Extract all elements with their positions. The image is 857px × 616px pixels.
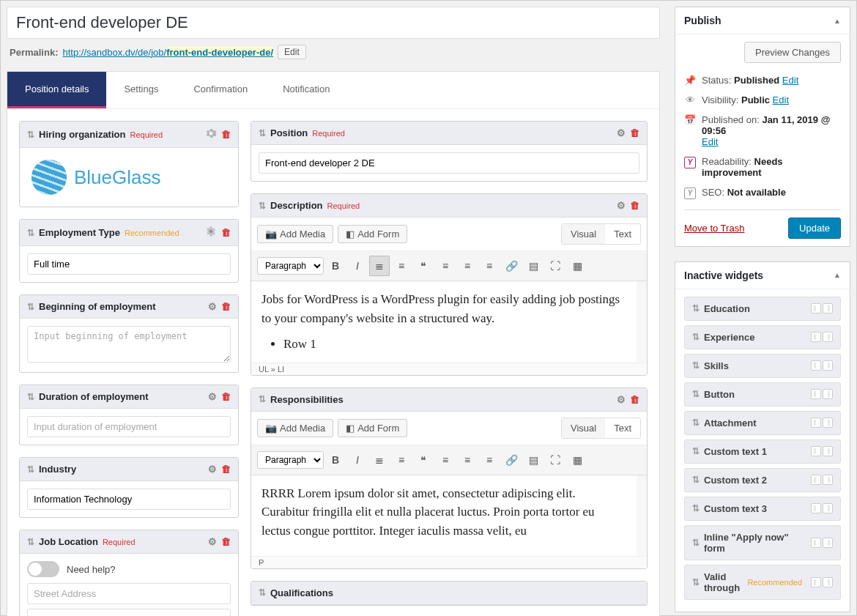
trash-icon[interactable]: 🗑 [221,129,231,140]
drag-icon[interactable]: ⇅ [27,302,34,312]
drag-icon[interactable]: ⇅ [692,577,700,587]
more-icon[interactable]: ▤ [523,256,543,276]
align-left-icon[interactable]: ≡ [435,450,456,470]
layout-left-icon[interactable] [811,446,821,456]
drag-icon[interactable]: ⇅ [27,228,34,238]
italic-icon[interactable]: I [347,450,368,470]
link-icon[interactable]: 🔗 [501,450,522,470]
post-title[interactable]: Front-end developer DE [7,7,660,39]
tab-confirmation[interactable]: Confirmation [176,72,265,108]
layout-left-icon[interactable] [811,389,821,399]
layout-left-icon[interactable] [811,577,821,587]
gear-icon[interactable]: ⚙ [617,200,626,211]
gear-icon[interactable]: ⚙ [208,391,217,402]
drag-icon[interactable]: ⇅ [27,392,34,402]
add-media-button[interactable]: 📷Add Media [257,225,333,243]
inactive-widget-item[interactable]: ⇅Custom text 1 [684,439,841,464]
align-left-icon[interactable]: ≡ [435,256,456,276]
tab-settings[interactable]: Settings [106,72,176,108]
drag-icon[interactable]: ⇅ [692,360,700,371]
drag-icon[interactable]: ⇅ [27,537,34,547]
tab-position-details[interactable]: Position details [7,72,106,108]
fullscreen-icon[interactable]: ⛶ [545,450,565,470]
paragraph-select[interactable]: Paragraph [257,257,324,275]
quote-icon[interactable]: ❝ [413,256,434,276]
layout-right-icon[interactable] [823,538,833,548]
street-input[interactable] [27,583,231,604]
quote-icon[interactable]: ❝ [413,450,434,470]
gear-icon[interactable]: ⚙ [208,536,217,547]
preview-button[interactable]: Preview Changes [744,42,841,63]
layout-right-icon[interactable] [823,475,833,485]
align-right-icon[interactable]: ≡ [479,450,500,470]
paragraph-select[interactable]: Paragraph [257,451,324,469]
align-center-icon[interactable]: ≡ [457,450,478,470]
layout-left-icon[interactable] [811,303,821,313]
collapse-icon[interactable]: ▲ [834,17,841,25]
gear-icon[interactable] [205,226,217,240]
responsibilities-editor[interactable]: RRRR Lorem ipsum dolor sit amet, consect… [251,475,647,556]
align-right-icon[interactable]: ≡ [479,256,500,276]
add-form-button[interactable]: ◧Add Form [338,419,407,437]
drag-icon[interactable]: ⇅ [27,130,34,140]
editor-visual-tab[interactable]: Visual [562,224,605,244]
gear-icon[interactable] [205,127,217,141]
layout-right-icon[interactable] [823,503,833,513]
drag-icon[interactable]: ⇅ [259,128,266,138]
ulist-icon[interactable]: ≣ [369,256,390,276]
beginning-input[interactable] [27,326,231,363]
bold-icon[interactable]: B [325,256,346,276]
permalink-edit-button[interactable]: Edit [278,45,306,59]
trash-icon[interactable]: 🗑 [221,301,231,312]
editor-visual-tab[interactable]: Visual [562,418,605,438]
inactive-widget-item[interactable]: ⇅Education [684,297,841,321]
collapse-icon[interactable]: ▲ [834,271,841,279]
add-media-button[interactable]: 📷Add Media [257,419,333,437]
drag-icon[interactable]: ⇅ [692,538,700,548]
inactive-widget-item[interactable]: ⇅Attachment [684,411,841,435]
trash-icon[interactable]: 🗑 [221,536,231,547]
layout-right-icon[interactable] [823,418,833,428]
date-edit-link[interactable]: Edit [702,136,718,147]
inactive-widget-item[interactable]: ⇅Experience [684,325,841,349]
add-form-button[interactable]: ◧Add Form [338,225,407,243]
layout-left-icon[interactable] [811,360,821,371]
layout-right-icon[interactable] [823,577,833,587]
italic-icon[interactable]: I [347,256,368,276]
layout-left-icon[interactable] [811,418,821,428]
drag-icon[interactable]: ⇅ [259,587,266,598]
toolbar-toggle-icon[interactable]: ▦ [567,450,587,470]
industry-input[interactable] [27,489,231,510]
more-icon[interactable]: ▤ [523,450,543,470]
drag-icon[interactable]: ⇅ [692,332,700,342]
align-center-icon[interactable]: ≡ [457,256,478,276]
layout-right-icon[interactable] [823,360,833,371]
trash-icon[interactable]: 🗑 [630,200,639,211]
layout-right-icon[interactable] [823,446,833,456]
trash-icon[interactable]: 🗑 [221,464,231,475]
layout-left-icon[interactable] [811,332,821,342]
layout-right-icon[interactable] [823,332,833,342]
permalink-link[interactable]: http://sandbox.dv/de/job/front-end-devel… [62,47,273,58]
ulist-icon[interactable]: ≣ [369,450,390,470]
layout-left-icon[interactable] [811,503,821,513]
update-button[interactable]: Update [788,218,841,239]
layout-left-icon[interactable] [811,475,821,485]
link-icon[interactable]: 🔗 [501,256,522,276]
trash-icon[interactable]: 🗑 [221,391,231,402]
position-input[interactable] [259,152,639,174]
layout-right-icon[interactable] [823,389,833,399]
bold-icon[interactable]: B [325,450,346,470]
employment-type-input[interactable] [27,253,231,275]
description-editor[interactable]: Jobs for WordPress is a WordPress plugin… [251,281,647,363]
layout-right-icon[interactable] [823,303,833,313]
duration-input[interactable] [27,416,231,437]
layout-left-icon[interactable] [811,538,821,548]
tab-notification[interactable]: Notification [265,72,347,108]
help-toggle[interactable] [27,561,59,577]
move-to-trash-link[interactable]: Move to Trash [684,223,744,234]
editor-text-tab[interactable]: Text [605,418,640,438]
drag-icon[interactable]: ⇅ [259,394,266,404]
inactive-widget-item[interactable]: ⇅Button [684,382,841,407]
fullscreen-icon[interactable]: ⛶ [545,256,565,276]
